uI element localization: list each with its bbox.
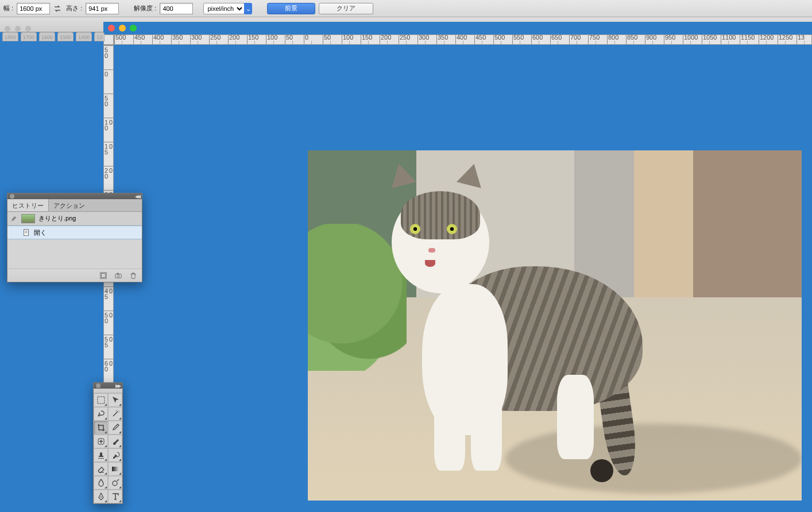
pen-tool[interactable] <box>94 490 108 503</box>
traffic-lights <box>108 25 137 32</box>
brush-tool[interactable] <box>108 435 122 448</box>
panel-tabs: ヒストリー アクション <box>7 199 142 212</box>
svg-rect-0 <box>24 230 29 236</box>
close-window-button[interactable] <box>108 25 115 32</box>
ruler-tick: 150 <box>361 35 375 44</box>
bg-ruler-tab: 13 <box>94 32 105 41</box>
healing-tool[interactable] <box>94 435 108 448</box>
clear-button[interactable]: クリア <box>319 3 373 14</box>
crop-tool[interactable] <box>94 421 108 435</box>
trash-icon[interactable] <box>129 271 137 280</box>
ruler-tick: 500 <box>104 311 113 325</box>
panel-close-icon[interactable] <box>10 194 14 199</box>
panel-gripper[interactable]: ▶▶ <box>94 383 122 389</box>
ruler-tick: 600 <box>104 359 113 373</box>
svg-rect-9 <box>112 467 119 471</box>
ruler-tick: 50 <box>104 45 113 60</box>
ruler-tick: 750 <box>588 35 602 44</box>
ruler-tick: 50 <box>323 35 337 44</box>
ruler-tick: 0 <box>304 35 318 44</box>
snapshot-filename: きりとり.png <box>38 214 76 223</box>
ruler-tick: 600 <box>531 35 546 44</box>
history-state-label: 開く <box>34 228 47 237</box>
svg-point-10 <box>113 481 117 486</box>
ruler-tick: 150 <box>104 142 113 156</box>
disabled-dot <box>5 26 10 32</box>
ruler-tick: 200 <box>228 35 242 44</box>
bg-ruler-tab: 1500 <box>57 32 74 41</box>
panel-gripper[interactable]: ◀◀ <box>7 193 142 199</box>
chevron-down-icon[interactable]: ⌄ <box>244 3 252 14</box>
ruler-horizontal[interactable]: 5004504003503002502001501005005010015020… <box>114 34 812 45</box>
history-snapshot-row[interactable]: きりとり.png <box>7 212 142 226</box>
tab-actions[interactable]: アクション <box>49 199 90 211</box>
ruler-tick: 250 <box>209 35 223 44</box>
width-label: 幅 : <box>3 4 13 13</box>
svg-rect-6 <box>98 397 105 404</box>
height-label: 高さ : <box>66 4 82 13</box>
gradient-tool[interactable] <box>108 462 122 476</box>
type-tool[interactable] <box>108 490 122 503</box>
eyedropper-tool[interactable] <box>108 421 122 435</box>
history-panel[interactable]: ◀◀ ヒストリー アクション きりとり.png 開く <box>7 193 142 282</box>
ruler-tick: 300 <box>417 35 432 44</box>
ruler-tick: 0 <box>104 69 113 84</box>
svg-point-11 <box>100 497 102 498</box>
minimize-window-button[interactable] <box>119 25 126 32</box>
panel-collapse-icon[interactable]: ◀◀ <box>135 194 140 199</box>
ruler-tick: 550 <box>104 335 113 349</box>
zoom-window-button[interactable] <box>130 25 137 32</box>
history-brush-tool[interactable] <box>108 448 122 462</box>
camera-icon[interactable] <box>114 271 122 280</box>
marquee-tool[interactable] <box>94 393 108 407</box>
eraser-tool[interactable] <box>94 462 108 476</box>
ruler-tick: 350 <box>436 35 451 44</box>
ruler-tick: 450 <box>474 35 489 44</box>
panel-close-icon[interactable] <box>96 383 100 388</box>
panel-footer <box>7 269 142 282</box>
canvas-area[interactable] <box>114 45 812 512</box>
ruler-tick: 450 <box>133 35 148 44</box>
ruler-tick: 850 <box>626 35 640 44</box>
ruler-tick: 800 <box>607 35 621 44</box>
document-image[interactable] <box>308 150 802 501</box>
ruler-origin[interactable] <box>103 34 114 45</box>
ruler-tick: 150 <box>247 35 261 44</box>
svg-rect-2 <box>102 274 106 278</box>
blur-tool[interactable] <box>94 476 108 490</box>
toolbox-panel[interactable]: ▶▶ <box>93 382 123 504</box>
ruler-tick: 400 <box>152 35 167 44</box>
resolution-unit-select[interactable]: pixel/inch <box>203 3 245 14</box>
snapshot-thumbnail <box>21 214 35 223</box>
panel-collapse-icon[interactable]: ▶▶ <box>115 383 120 389</box>
new-doc-icon[interactable] <box>99 271 107 280</box>
ruler-tick: 900 <box>645 35 659 44</box>
ruler-tick: 1250 <box>778 35 792 44</box>
stamp-tool[interactable] <box>94 448 108 462</box>
swap-icon[interactable] <box>53 4 63 13</box>
resolution-input[interactable] <box>160 3 193 14</box>
tab-history[interactable]: ヒストリー <box>7 199 49 211</box>
ruler-tick: 13 <box>796 35 811 44</box>
ruler-tick: 550 <box>512 35 527 44</box>
ruler-tick: 350 <box>171 35 185 44</box>
ruler-tick: 100 <box>342 35 356 44</box>
magic-wand-tool[interactable] <box>108 407 122 421</box>
lasso-tool[interactable] <box>94 407 108 421</box>
width-input[interactable] <box>17 3 50 14</box>
ruler-tick: 500 <box>493 35 508 44</box>
options-bar: 幅 : 高さ : 解像度 : pixel/inch ⌄ 前景 クリア <box>0 0 812 17</box>
dodge-tool[interactable] <box>108 476 122 490</box>
foreground-button[interactable]: 前景 <box>267 3 315 14</box>
height-input[interactable] <box>86 3 119 14</box>
ruler-tick: 450 <box>104 286 113 301</box>
ruler-tick: 100 <box>266 35 280 44</box>
ruler-tick: 200 <box>104 166 113 180</box>
bg-ruler-tab: 1400 <box>76 32 92 41</box>
disabled-dot <box>25 26 31 32</box>
move-tool[interactable] <box>108 393 122 407</box>
ruler-tick: 100 <box>104 118 113 132</box>
ruler-tick: 1000 <box>683 35 697 44</box>
history-state-row[interactable]: 開く <box>7 226 142 239</box>
disabled-dot <box>15 26 21 32</box>
